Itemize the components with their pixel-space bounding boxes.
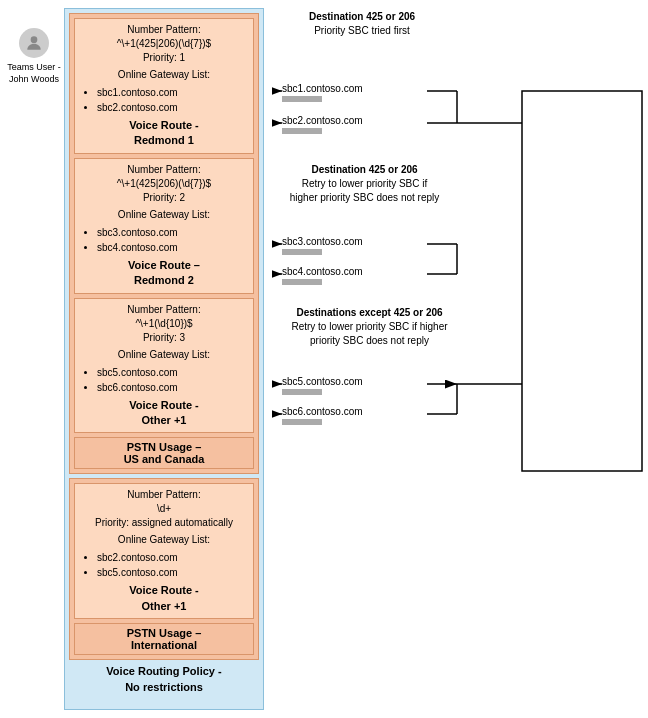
policy-box: Number Pattern:^\+1(425|206)(\d{7})$Prio… [64, 8, 264, 710]
annotation-1: Destination 425 or 206 Priority SBC trie… [282, 10, 442, 38]
gateway-list-1: sbc1.contoso.com sbc2.contoso.com [87, 85, 249, 115]
annotation-text-2b: Retry to lower priority SBC ifhigher pri… [290, 178, 440, 203]
pstn-label-international: PSTN Usage –International [74, 623, 254, 655]
sbc2-item-top: sbc2.contoso.com [282, 115, 363, 134]
sbc2-bar-top [282, 128, 322, 134]
sbc3-label: sbc3.contoso.com [282, 236, 363, 247]
voice-route-title-1: Voice Route -Redmond 1 [79, 118, 249, 149]
gateway-item: sbc5.contoso.com [97, 365, 249, 380]
voice-route-redmond1: Number Pattern:^\+1(425|206)(\d{7})$Prio… [74, 18, 254, 154]
annotation-text-3a: Destinations except 425 or 206 [296, 307, 442, 318]
gateway-list-label-2: Online Gateway List: [79, 208, 249, 222]
voice-route-title-3: Voice Route -Other +1 [79, 398, 249, 429]
number-pattern-1: Number Pattern:^\+1(425|206)(\d{7})$Prio… [79, 23, 249, 65]
gateway-item: sbc2.contoso.com [97, 550, 249, 565]
sbc3-item: sbc3.contoso.com [282, 236, 363, 255]
pstn-label-us-canada: PSTN Usage –US and Canada [74, 437, 254, 469]
pstn-usage-international: Number Pattern:\d+Priority: assigned aut… [69, 478, 259, 660]
sbc6-item: sbc6.contoso.com [282, 406, 363, 425]
sbc5-item: sbc5.contoso.com [282, 376, 363, 395]
sbc1-label: sbc1.contoso.com [282, 83, 363, 94]
pstn-usage-us-canada: Number Pattern:^\+1(425|206)(\d{7})$Prio… [69, 13, 259, 474]
number-pattern-4: Number Pattern:\d+Priority: assigned aut… [79, 488, 249, 530]
voice-route-title-4: Voice Route -Other +1 [79, 583, 249, 614]
svg-rect-9 [522, 91, 642, 471]
voice-route-intl: Number Pattern:\d+Priority: assigned aut… [74, 483, 254, 619]
annotation-text-3b: Retry to lower priority SBC if higherpri… [291, 321, 447, 346]
sbc6-bar [282, 419, 322, 425]
gateway-list-label-4: Online Gateway List: [79, 533, 249, 547]
avatar [19, 28, 49, 58]
gateway-list-2: sbc3.contoso.com sbc4.contoso.com [87, 225, 249, 255]
sbc5-label: sbc5.contoso.com [282, 376, 363, 387]
policy-label: Voice Routing Policy -No restrictions [69, 664, 259, 695]
sbc4-item: sbc4.contoso.com [282, 266, 363, 285]
annotation-text-2a: Destination 425 or 206 [311, 164, 417, 175]
gateway-list-3: sbc5.contoso.com sbc6.contoso.com [87, 365, 249, 395]
gateway-item: sbc6.contoso.com [97, 380, 249, 395]
arrows-svg [272, 8, 644, 710]
sbc1-item: sbc1.contoso.com [282, 83, 363, 102]
gateway-item: sbc4.contoso.com [97, 240, 249, 255]
gateway-item: sbc3.contoso.com [97, 225, 249, 240]
svg-point-0 [31, 36, 38, 43]
sbc4-label: sbc4.contoso.com [282, 266, 363, 277]
gateway-item: sbc5.contoso.com [97, 565, 249, 580]
voice-route-redmond2: Number Pattern:^\+1(425|206)(\d{7})$Prio… [74, 158, 254, 294]
annotation-3: Destinations except 425 or 206 Retry to … [277, 306, 462, 348]
number-pattern-2: Number Pattern:^\+1(425|206)(\d{7})$Prio… [79, 163, 249, 205]
user-label: Teams User - John Woods [4, 62, 64, 85]
sbc4-bar [282, 279, 322, 285]
gateway-list-4: sbc2.contoso.com sbc5.contoso.com [87, 550, 249, 580]
gateway-item: sbc1.contoso.com [97, 85, 249, 100]
diagram-area: Destination 425 or 206 Priority SBC trie… [272, 8, 644, 710]
voice-route-other1: Number Pattern:^\+1(\d{10})$Priority: 3 … [74, 298, 254, 434]
gateway-list-label-1: Online Gateway List: [79, 68, 249, 82]
user-column: Teams User - John Woods [4, 8, 64, 710]
gateway-list-label-3: Online Gateway List: [79, 348, 249, 362]
annotation-2: Destination 425 or 206 Retry to lower pr… [277, 163, 452, 205]
annotation-text-1b: Priority SBC tried first [314, 25, 410, 36]
annotation-text-1: Destination 425 or 206 [309, 11, 415, 22]
sbc2-label-top: sbc2.contoso.com [282, 115, 363, 126]
sbc5-bar [282, 389, 322, 395]
number-pattern-3: Number Pattern:^\+1(\d{10})$Priority: 3 [79, 303, 249, 345]
sbc6-label: sbc6.contoso.com [282, 406, 363, 417]
sbc3-bar [282, 249, 322, 255]
gateway-item: sbc2.contoso.com [97, 100, 249, 115]
voice-route-title-2: Voice Route –Redmond 2 [79, 258, 249, 289]
sbc1-bar [282, 96, 322, 102]
main-container: Teams User - John Woods Number Pattern:^… [0, 0, 648, 718]
